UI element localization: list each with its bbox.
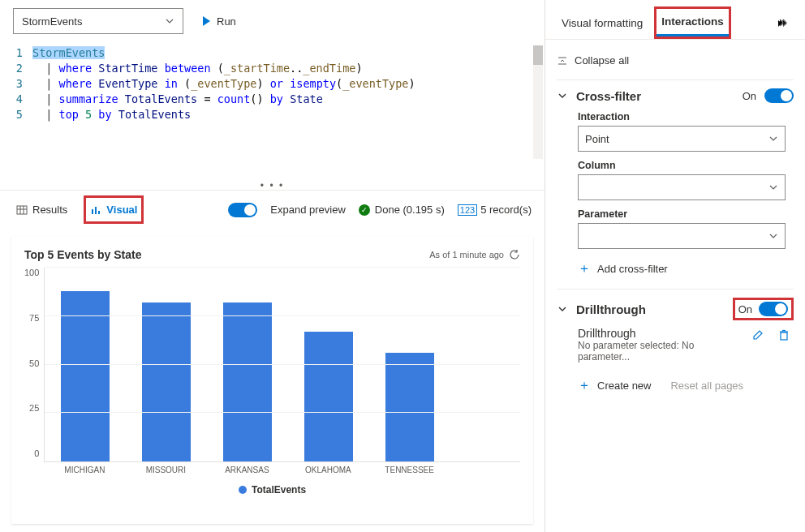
play-icon	[203, 16, 210, 26]
chart-card: Top 5 Events by State As of 1 minute ago…	[11, 237, 533, 524]
chevron-down-icon	[768, 231, 778, 241]
left-pane: StormEvents Run 1StormEvents 2 | where S…	[0, 0, 545, 532]
chart-bar[interactable]	[385, 353, 434, 461]
status-text: Done (0.195 s)	[375, 204, 445, 216]
drillthrough-item-desc: No parameter selected: No parameter...	[578, 340, 742, 363]
section-drillthrough: Drillthrough On Drillthrough No paramete…	[557, 289, 794, 402]
collapse-all-label: Collapse all	[575, 54, 629, 66]
legend-dot-icon	[239, 486, 247, 494]
x-tick: ARKANSAS	[222, 466, 271, 474]
refresh-icon[interactable]	[509, 249, 520, 260]
crossfilter-on-label: On	[743, 90, 756, 102]
chevron-down-icon	[165, 16, 174, 26]
collapse-icon	[557, 55, 568, 66]
plus-icon: ＋	[578, 377, 591, 394]
checkmark-icon: ✓	[359, 204, 370, 216]
x-axis: MICHIGANMISSOURIARKANSASOKLAHOMATENNESSE…	[44, 462, 520, 474]
resize-handle[interactable]: • • •	[0, 180, 545, 190]
table-icon	[16, 204, 28, 216]
drillthrough-on-label: On	[738, 303, 752, 315]
drillthrough-item: Drillthrough No parameter selected: No p…	[578, 320, 794, 369]
chevron-down-icon	[768, 134, 778, 144]
interaction-label: Interaction	[578, 111, 794, 122]
svg-rect-9	[781, 332, 787, 340]
drillthrough-header[interactable]: Drillthrough On	[557, 298, 794, 320]
add-crossfilter-button[interactable]: ＋ Add cross-filter	[578, 260, 794, 277]
svg-rect-4	[92, 209, 93, 214]
chart-bar[interactable]	[223, 302, 272, 461]
database-select[interactable]: StormEvents	[13, 8, 183, 34]
database-name: StormEvents	[22, 15, 82, 28]
more-icon[interactable]	[771, 11, 794, 34]
reset-all-pages-button[interactable]: Reset all pages	[670, 380, 743, 392]
code-token: StormEvents	[32, 46, 105, 59]
x-tick: MICHIGAN	[60, 466, 109, 474]
right-tabs: Visual formatting Interactions	[545, 0, 805, 40]
tab-interactions[interactable]: Interactions	[656, 9, 729, 36]
crossfilter-title: Cross-filter	[576, 89, 734, 103]
column-select[interactable]	[578, 174, 786, 200]
barchart-icon	[90, 204, 101, 216]
expand-preview-toggle[interactable]	[228, 203, 257, 217]
drillthrough-toggle[interactable]	[759, 302, 788, 316]
tab-visual-formatting[interactable]: Visual formatting	[557, 11, 648, 36]
scrollbar-thumb[interactable]	[533, 45, 543, 65]
chart-asof: As of 1 minute ago	[429, 250, 504, 260]
svg-rect-6	[98, 211, 100, 214]
code-editor[interactable]: 1StormEvents 2 | where StartTime between…	[0, 42, 545, 180]
expand-preview-label: Expand preview	[270, 204, 346, 216]
chart-legend: TotalEvents	[24, 484, 520, 496]
tab-visual[interactable]: Visual	[87, 199, 140, 221]
chart-bar[interactable]	[61, 291, 110, 461]
crossfilter-header[interactable]: Cross-filter On	[557, 88, 794, 103]
create-new-label: Create new	[597, 380, 651, 392]
results-bar: Results Visual Expand preview ✓ Done (0.…	[0, 190, 545, 229]
visual-tab-label: Visual	[106, 204, 137, 216]
parameter-select[interactable]	[578, 223, 786, 249]
legend-label: TotalEvents	[252, 484, 306, 496]
results-tab-label: Results	[32, 204, 67, 216]
chevron-down-icon	[557, 90, 568, 101]
edit-icon[interactable]	[748, 327, 768, 343]
x-tick: TENNESSEE	[385, 466, 433, 474]
chart-plot[interactable]	[44, 268, 520, 462]
collapse-all-button[interactable]: Collapse all	[557, 49, 794, 79]
top-toolbar: StormEvents Run	[0, 0, 545, 42]
crossfilter-toggle[interactable]	[764, 88, 794, 103]
x-tick: MISSOURI	[141, 466, 190, 474]
x-tick: OKLAHOMA	[303, 466, 352, 474]
records-text: 5 record(s)	[480, 204, 532, 216]
records-icon: 123	[458, 204, 477, 216]
interaction-value: Point	[585, 133, 609, 145]
section-crossfilter: Cross-filter On Interaction Point Column…	[557, 79, 794, 289]
chart-bar[interactable]	[142, 302, 191, 461]
plus-icon: ＋	[578, 260, 591, 277]
svg-rect-5	[95, 207, 97, 214]
y-axis: 100 75 50 25 0	[24, 268, 44, 458]
tab-results[interactable]: Results	[13, 199, 71, 221]
delete-icon[interactable]	[774, 327, 794, 343]
run-button[interactable]: Run	[196, 12, 243, 31]
parameter-label: Parameter	[578, 208, 794, 220]
right-pane: Visual formatting Interactions Collapse …	[545, 0, 805, 532]
create-new-button[interactable]: ＋ Create new	[578, 377, 651, 394]
chart-title: Top 5 Events by State	[24, 248, 141, 261]
chevron-down-icon	[768, 182, 778, 192]
drillthrough-title: Drillthrough	[576, 302, 725, 316]
add-crossfilter-label: Add cross-filter	[597, 263, 668, 275]
interaction-select[interactable]: Point	[578, 126, 786, 152]
drillthrough-item-name: Drillthrough	[578, 327, 742, 340]
chart-bar[interactable]	[304, 332, 353, 461]
svg-rect-0	[17, 206, 27, 214]
run-label: Run	[217, 15, 236, 28]
chevron-down-icon	[557, 303, 568, 315]
column-label: Column	[578, 160, 794, 171]
